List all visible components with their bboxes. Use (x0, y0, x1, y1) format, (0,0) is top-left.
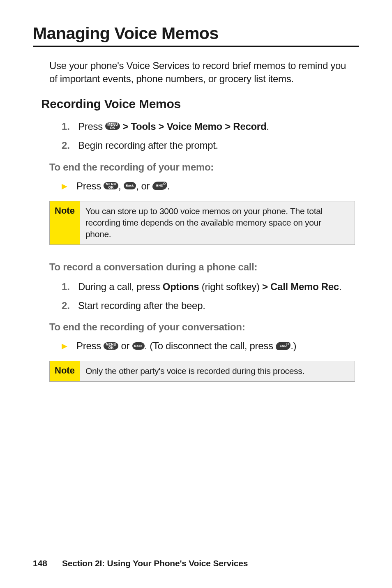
back-key-icon: Back (124, 182, 136, 189)
list-item: 1. During a call, press Options (right s… (62, 280, 359, 293)
text-span: During a call, press (78, 281, 163, 292)
note-content: You can store up to 3000 voice memos on … (80, 201, 355, 244)
note-content: Only the other party's voice is recorded… (80, 361, 355, 381)
bold-span: Options (163, 281, 199, 292)
menu-ok-key-icon: MENU OK (104, 182, 118, 189)
step-text: During a call, press Options (right soft… (78, 280, 359, 293)
bold-path: > Tools > Voice Memo > Record (120, 121, 266, 132)
step-text: Begin recording after the prompt. (78, 139, 359, 152)
back-key-icon: Back (132, 342, 145, 350)
bullet-text: Press MENU OK, Back, or END. (76, 180, 170, 192)
text-span: , or (136, 180, 152, 191)
note-label: Note (50, 201, 80, 244)
text-span: . (339, 281, 341, 292)
text-span: (right softkey) (199, 281, 262, 292)
section-label: Section 2I: Using Your Phone's Voice Ser… (62, 558, 248, 568)
note-box: Note Only the other party's voice is rec… (49, 361, 355, 381)
text-span: . (To disconnect the call, press (145, 340, 276, 351)
page-title: Managing Voice Memos (33, 24, 359, 43)
section-heading: Recording Voice Memos (41, 97, 359, 111)
bullet-text: Press MENU OK or Back. (To disconnect th… (76, 340, 296, 352)
text-span: . (266, 121, 269, 132)
text-span: .) (291, 340, 296, 351)
text-span: Press (78, 121, 105, 132)
sub-instruction-head: To end the recording of your memo: (49, 161, 359, 173)
title-rule (33, 46, 359, 47)
page-footer: 148 Section 2I: Using Your Phone's Voice… (33, 558, 248, 568)
note-label: Note (50, 361, 80, 381)
page-number: 148 (33, 558, 47, 568)
list-item: 1. Press MENU OK > Tools > Voice Memo > … (62, 120, 359, 133)
menu-ok-key-icon: MENU OK (104, 342, 118, 350)
menu-ok-key-icon: MENU OK (105, 122, 120, 130)
step-text: Start recording after the beep. (78, 299, 359, 312)
bold-span: > Call Memo Rec (262, 281, 339, 292)
text-span: Press (76, 180, 104, 191)
end-key-icon: END (276, 342, 291, 350)
list-item: 2. Start recording after the beep. (62, 299, 359, 312)
triangle-bullet-icon: ▶ (62, 341, 67, 350)
sub-instruction-head: To end the recording of your conversatio… (49, 321, 359, 333)
intro-block: Use your phone's Voice Services to recor… (49, 59, 355, 85)
step-number: 1. (62, 280, 78, 293)
sub-instruction-head: To record a conversation during a phone … (49, 261, 359, 273)
bullet-line: ▶ Press MENU OK, Back, or END. (62, 180, 359, 192)
record-steps: 1. Press MENU OK > Tools > Voice Memo > … (62, 120, 359, 152)
step-text: Press MENU OK > Tools > Voice Memo > Rec… (78, 120, 359, 133)
text-span: , (118, 180, 124, 191)
note-box: Note You can store up to 3000 voice memo… (49, 201, 355, 245)
triangle-bullet-icon: ▶ (62, 182, 67, 191)
end-key-icon: END (152, 182, 167, 190)
step-number: 2. (62, 299, 78, 312)
bullet-line: ▶ Press MENU OK or Back. (To disconnect … (62, 340, 359, 352)
manual-page: Managing Voice Memos Use your phone's Vo… (0, 0, 392, 588)
step-number: 1. (62, 120, 78, 133)
conversation-steps: 1. During a call, press Options (right s… (62, 280, 359, 313)
step-number: 2. (62, 139, 78, 152)
text-span: Press (76, 340, 104, 351)
text-span: . (167, 180, 170, 191)
list-item: 2. Begin recording after the prompt. (62, 139, 359, 152)
text-span: or (118, 340, 132, 351)
intro-text: Use your phone's Voice Services to recor… (49, 59, 355, 85)
